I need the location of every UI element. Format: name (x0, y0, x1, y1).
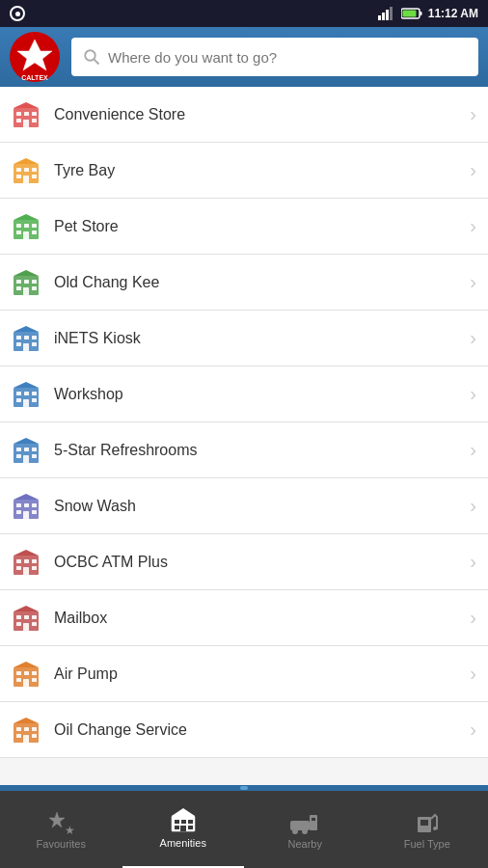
svg-rect-105 (32, 734, 37, 738)
svg-rect-40 (16, 286, 21, 290)
svg-rect-48 (16, 342, 21, 346)
svg-rect-25 (32, 175, 37, 178)
nav-fueltype-label: Fuel Type (404, 838, 450, 850)
svg-point-125 (433, 827, 437, 830)
list-item[interactable]: iNETS Kiosk › (0, 311, 488, 366)
svg-rect-106 (23, 735, 29, 743)
svg-text:★: ★ (65, 824, 75, 834)
list-item-label: Snow Wash (54, 498, 456, 515)
gps-icon (10, 6, 25, 21)
building-icon (12, 380, 41, 409)
amenities-list: Convenience Store › Tyre Bay › (0, 87, 488, 785)
favourites-icon: ★ (46, 809, 75, 834)
svg-rect-82 (23, 567, 29, 575)
svg-rect-78 (24, 559, 29, 563)
svg-rect-1 (382, 13, 385, 20)
svg-rect-0 (378, 15, 381, 20)
svg-rect-96 (16, 678, 21, 682)
svg-rect-102 (24, 727, 29, 731)
list-item[interactable]: Pet Store › (0, 199, 488, 255)
svg-marker-67 (14, 438, 39, 444)
list-item[interactable]: 5-Star Refreshrooms › (0, 422, 488, 478)
svg-rect-53 (16, 392, 21, 395)
svg-marker-35 (14, 214, 39, 220)
svg-rect-122 (312, 818, 315, 821)
svg-rect-14 (24, 112, 29, 116)
list-item[interactable]: Old Chang Kee › (0, 255, 488, 311)
nearby-icon (288, 809, 321, 834)
list-item[interactable]: Convenience Store › (0, 87, 488, 143)
building-icon (12, 324, 41, 353)
list-item[interactable]: Snow Wash › (0, 478, 488, 534)
svg-rect-21 (16, 168, 21, 172)
chevron-right-icon: › (470, 663, 476, 685)
nav-favourites[interactable]: ★ Favourites (0, 791, 122, 868)
svg-marker-108 (49, 812, 65, 827)
list-item[interactable]: OCBC ATM Plus › (0, 534, 488, 590)
svg-rect-58 (23, 399, 29, 407)
building-icon (12, 548, 41, 577)
svg-marker-117 (172, 808, 195, 816)
nav-fueltype[interactable]: Fuel Type (366, 791, 489, 868)
svg-rect-46 (24, 336, 29, 339)
building-icon (12, 716, 41, 745)
status-bar: 11:12 AM (0, 0, 488, 27)
svg-rect-124 (420, 820, 428, 826)
svg-rect-115 (188, 826, 193, 829)
svg-rect-5 (420, 12, 421, 15)
svg-marker-75 (14, 494, 39, 500)
list-item[interactable]: Tyre Bay › (0, 143, 488, 199)
svg-rect-32 (16, 231, 21, 234)
svg-rect-70 (24, 503, 29, 507)
svg-rect-49 (32, 342, 37, 346)
chevron-right-icon: › (470, 159, 476, 181)
svg-rect-97 (32, 678, 37, 682)
svg-rect-42 (23, 287, 29, 295)
svg-rect-94 (24, 671, 29, 675)
svg-rect-37 (16, 280, 21, 284)
svg-point-10 (85, 50, 95, 61)
svg-rect-47 (32, 336, 37, 339)
svg-rect-77 (16, 559, 21, 563)
building-icon (12, 100, 41, 129)
svg-rect-74 (23, 511, 29, 519)
svg-rect-39 (32, 280, 37, 284)
svg-rect-121 (310, 815, 317, 830)
list-item-label: Oil Change Service (54, 721, 456, 739)
building-icon (12, 492, 41, 521)
building-icon (12, 436, 41, 465)
svg-point-120 (302, 828, 308, 834)
svg-marker-107 (14, 718, 39, 723)
search-input[interactable] (108, 49, 467, 66)
svg-marker-51 (14, 326, 39, 332)
status-left (10, 6, 25, 21)
list-item-label: Tyre Bay (54, 162, 456, 179)
amenities-icon (170, 808, 197, 833)
svg-rect-90 (23, 623, 29, 631)
chevron-right-icon: › (470, 439, 476, 461)
nav-amenities[interactable]: Amenities (122, 791, 245, 868)
svg-rect-62 (24, 448, 29, 451)
svg-rect-80 (16, 566, 21, 570)
svg-rect-29 (16, 224, 21, 228)
list-item[interactable]: Mailbox › (0, 590, 488, 646)
svg-rect-73 (32, 510, 37, 514)
svg-rect-72 (16, 510, 21, 514)
svg-line-11 (95, 60, 99, 65)
chevron-right-icon: › (470, 383, 476, 405)
svg-rect-118 (290, 821, 310, 830)
nav-nearby[interactable]: Nearby (244, 791, 366, 868)
svg-rect-114 (175, 826, 179, 829)
building-icon (12, 604, 41, 633)
search-icon (83, 48, 100, 66)
building-icon (12, 212, 41, 241)
search-bar[interactable] (71, 38, 478, 76)
svg-rect-26 (23, 176, 29, 183)
list-item[interactable]: Workshop › (0, 366, 488, 422)
list-item[interactable]: Oil Change Service › (0, 702, 488, 758)
svg-rect-69 (16, 503, 21, 507)
svg-rect-57 (32, 398, 37, 402)
svg-rect-45 (16, 336, 21, 339)
svg-rect-111 (175, 820, 179, 824)
list-item[interactable]: Air Pump › (0, 646, 488, 702)
